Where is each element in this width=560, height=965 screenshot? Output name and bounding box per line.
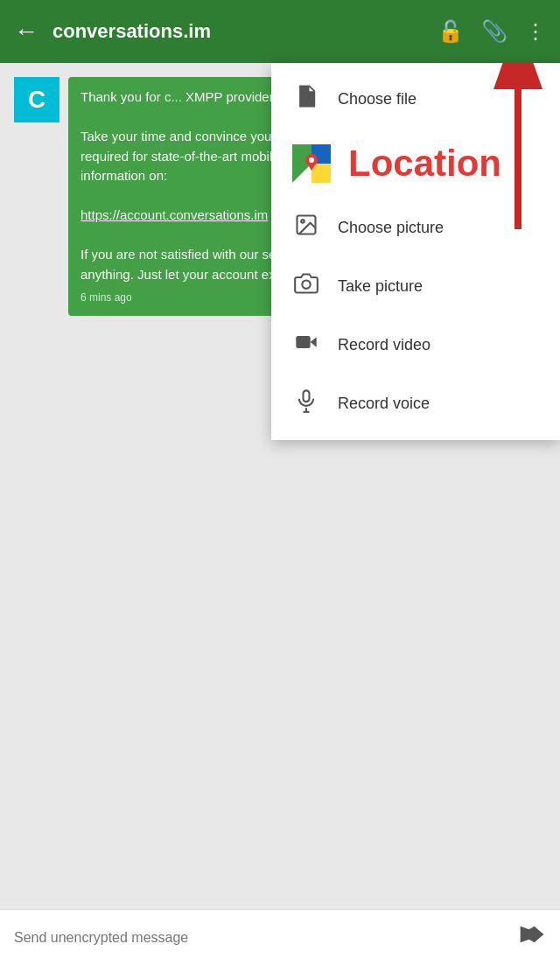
input-bar — [0, 909, 560, 965]
svg-point-11 — [301, 220, 304, 223]
back-button[interactable]: ← — [14, 17, 38, 45]
menu-item-choose-picture[interactable]: Choose picture — [271, 199, 560, 257]
menu-label-choose-picture: Choose picture — [338, 219, 444, 237]
avatar: C — [14, 77, 60, 122]
svg-point-12 — [302, 281, 310, 289]
message-link[interactable]: https://account.conversations.im — [80, 207, 268, 222]
header-actions: 🔓 📎 ⋮ — [438, 19, 546, 44]
menu-label-take-picture: Take picture — [338, 277, 423, 296]
video-icon — [292, 330, 320, 360]
attach-icon[interactable]: 📎 — [481, 19, 508, 44]
maps-icon — [292, 144, 331, 183]
menu-item-take-picture[interactable]: Take picture — [271, 257, 560, 316]
svg-point-8 — [309, 157, 314, 163]
message-input[interactable] — [14, 930, 508, 946]
location-label-annotation: Location — [348, 143, 501, 185]
picture-icon — [292, 213, 320, 243]
svg-rect-15 — [304, 390, 310, 402]
lock-icon[interactable]: 🔓 — [438, 19, 464, 44]
menu-item-record-voice[interactable]: Record voice — [271, 374, 560, 433]
menu-item-record-video[interactable]: Record video — [271, 316, 560, 374]
menu-item-location[interactable]: Location — [271, 129, 560, 199]
camera-icon — [292, 271, 320, 302]
attachment-menu: Choose file Location — [271, 63, 560, 440]
microphone-icon — [292, 388, 320, 419]
send-button[interactable] — [518, 920, 546, 955]
svg-rect-13 — [296, 336, 310, 348]
svg-marker-6 — [312, 164, 331, 183]
more-icon[interactable]: ⋮ — [525, 19, 546, 44]
menu-label-record-voice: Record voice — [338, 395, 430, 413]
app-header: ← conversations.im 🔓 📎 ⋮ — [0, 0, 560, 63]
file-icon — [292, 84, 320, 115]
svg-marker-14 — [311, 337, 317, 347]
app-title: conversations.im — [52, 20, 424, 43]
menu-label-record-video: Record video — [338, 336, 430, 354]
menu-label-choose-file: Choose file — [338, 90, 416, 108]
menu-item-choose-file[interactable]: Choose file — [271, 70, 560, 129]
